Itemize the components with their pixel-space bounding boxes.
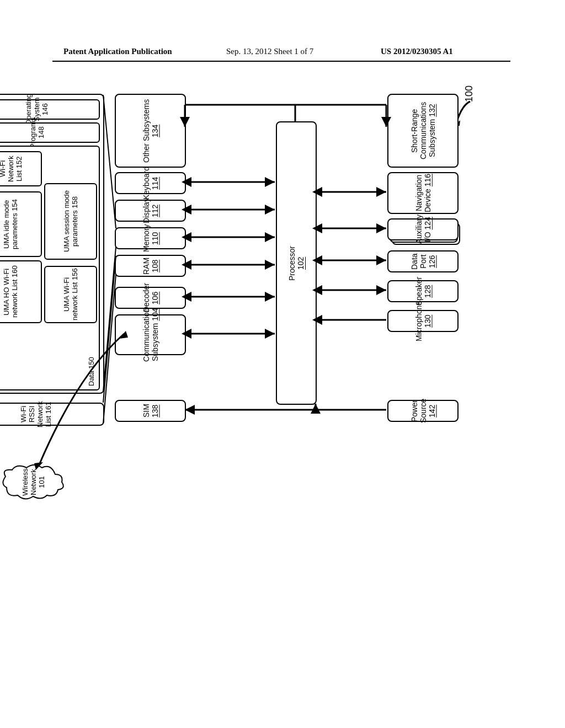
- r-dataport: Data Port 126: [387, 250, 459, 272]
- l-decoder: Decoder 106: [115, 287, 186, 309]
- ram-detail-ref: 161: [44, 402, 52, 414]
- r-mic-lbl: Microphone: [414, 301, 423, 341]
- l-memory: Memory 110: [115, 227, 186, 249]
- wireless-lbl: Wireless Network: [21, 468, 38, 496]
- mem-prog-ref: 148: [37, 127, 45, 139]
- l-display: Display 112: [115, 200, 186, 222]
- r-pwr-lbl: Power Source: [410, 399, 428, 423]
- mem-programs: Programs 148: [0, 122, 100, 143]
- l-disp-lbl: Display: [142, 198, 151, 223]
- mem-idle-ref: 154: [10, 199, 19, 211]
- r-mic: Microphone 130: [387, 310, 459, 332]
- mem-wifi-ref: 152: [15, 156, 23, 168]
- l-other-ref: 134: [151, 124, 159, 137]
- l-other-lbl: Other Subsystems: [142, 99, 151, 162]
- l-sim-lbl: SIM: [142, 404, 151, 418]
- processor-ref: 102: [296, 256, 305, 269]
- mem-umawifi-ref: 156: [71, 269, 79, 281]
- l-ram-lbl: RAM: [142, 257, 151, 274]
- wireless-ref: 101: [38, 476, 46, 488]
- r-short-range-ref: 132: [428, 104, 436, 117]
- svg-line-2: [103, 247, 116, 392]
- mem-sess-ref: 158: [71, 196, 79, 208]
- mem-ho-ref: 160: [10, 266, 19, 278]
- mem-uma-idle: UMA idle mode parameters 154: [0, 191, 42, 257]
- mem-data-ref: 150: [87, 357, 95, 369]
- r-speaker: Speaker 128: [387, 280, 459, 302]
- processor-block: Processor 102: [276, 121, 317, 405]
- r-nav-ref: 116: [423, 174, 432, 186]
- l-kbd-lbl: Keyboard: [142, 167, 151, 200]
- memory-detail-panel: Operating System 146 Programs 148 Data 1…: [0, 94, 104, 394]
- mem-wifi-list: Wi-Fi Network List 152: [0, 151, 42, 186]
- svg-line-4: [103, 275, 116, 424]
- mem-os: Operating System 146: [0, 99, 100, 120]
- mem-data-lbl: Data: [87, 371, 95, 386]
- mem-umawifi-lbl: UMA Wi-Fi network List: [62, 277, 79, 320]
- l-disp-ref: 112: [151, 204, 159, 217]
- mem-prog-lbl: Programs: [29, 117, 37, 148]
- r-dp-lbl: Data Port: [410, 253, 428, 270]
- r-aux: Auxiliary I/O 124: [387, 218, 459, 240]
- wireless-network-cloud: Wireless Network 101: [0, 463, 66, 501]
- l-other: Other Subsystems134: [115, 94, 186, 168]
- figure-1-diagram: 100 Processor 102 Short-Range Communicat…: [66, 94, 502, 574]
- l-dec-ref: 106: [151, 291, 159, 304]
- l-ram-ref: 108: [151, 259, 159, 272]
- header-center: Sep. 13, 2012 Sheet 1 of 7: [226, 47, 313, 56]
- r-dp-ref: 126: [428, 255, 436, 267]
- header-right: US 2012/0230305 A1: [381, 47, 453, 56]
- mem-uma-wifi: UMA Wi-Fi network List 156: [44, 266, 97, 323]
- header-left: Patent Application Publication: [63, 47, 172, 56]
- l-comm-ref: 104: [151, 308, 159, 321]
- l-mem-lbl: Memory: [142, 224, 151, 253]
- l-sim: SIM 138: [115, 400, 186, 422]
- processor-label: Processor: [287, 245, 296, 280]
- l-sim-ref: 138: [151, 404, 159, 417]
- mem-uma-ho: UMA HO Wi-Fi network List 160: [0, 260, 42, 323]
- l-keyboard: Keyboard 114: [115, 172, 186, 194]
- ram-detail-panel: Wi-Fi RSSI Network List 161: [0, 403, 104, 426]
- l-ram: RAM 108: [115, 255, 186, 277]
- r-short-range: Short-Range Communications Subsystem 132: [387, 94, 459, 168]
- svg-line-3: [103, 256, 116, 403]
- r-aux-ref: 124: [423, 217, 432, 229]
- r-mic-ref: 130: [423, 314, 432, 327]
- l-mem-ref: 110: [151, 232, 159, 244]
- r-nav: Navigation Device 116: [387, 172, 459, 214]
- r-power: Power Source 142: [387, 400, 459, 422]
- mem-uma-session: UMA session mode parameters 158: [44, 183, 97, 260]
- l-kbd-ref: 114: [151, 176, 159, 189]
- page: Patent Application Publication Sep. 13, …: [0, 0, 565, 728]
- l-comm: Communication Subsystem 104: [115, 314, 186, 355]
- header-rule: [52, 61, 510, 62]
- svg-line-1: [103, 95, 116, 228]
- mem-os-ref: 146: [41, 104, 49, 116]
- r-pwr-ref: 142: [428, 404, 436, 417]
- r-spk-ref: 128: [423, 285, 432, 297]
